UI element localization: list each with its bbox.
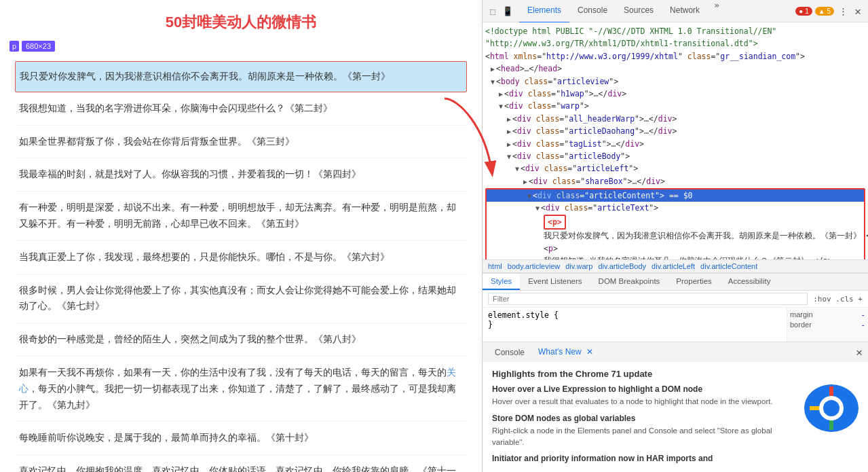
dom-p-line[interactable]: <p> bbox=[487, 215, 864, 230]
element-badge: p bbox=[10, 41, 19, 52]
breadcrumb-body[interactable]: body.articleview bbox=[508, 262, 560, 270]
whats-new-item-3-title: Initiator and priority information now i… bbox=[492, 454, 797, 463]
dom-line[interactable]: ▶<div class="h1wap">…</div> bbox=[483, 88, 868, 100]
devtools-left-icons: ⬚ 📱 bbox=[487, 5, 514, 17]
tab-network[interactable]: Network bbox=[662, 0, 708, 23]
breadcrumb-bar: html body.articleview div.warp div.artic… bbox=[483, 259, 868, 273]
dom-line[interactable]: <html xmlns="http://www.w3.org/1999/xhtm… bbox=[483, 50, 868, 62]
warning-count-badge: ▲ 5 bbox=[815, 7, 834, 16]
tab-dom-breakpoints[interactable]: DOM Breakpoints bbox=[590, 274, 668, 290]
whats-new-text: Hover over a Live Expression to highligh… bbox=[492, 384, 797, 465]
tab-elements[interactable]: Elements bbox=[519, 0, 569, 23]
p-tag-badge[interactable]: <p> bbox=[544, 215, 566, 230]
pseudo-class-selector[interactable]: :hov .cls + bbox=[813, 295, 863, 304]
article-item: 很奇妙的一种感觉是，曾经的陌生人，突然之间成为了我的整个世界。《第八封》 bbox=[15, 323, 467, 357]
devtools-topbar: ⬚ 📱 Elements Console Sources Network » ●… bbox=[483, 0, 868, 22]
error-count-badge: ● 1 bbox=[795, 7, 812, 16]
whats-new-item-2-desc: Right-click a node in the Elements panel… bbox=[492, 425, 797, 449]
more-tabs-icon[interactable]: » bbox=[711, 0, 723, 12]
whats-new-panel: Highlights from the Chrome 71 update Hov… bbox=[483, 362, 868, 472]
devtools-tabs: Elements Console Sources Network » bbox=[519, 0, 795, 23]
dom-line[interactable]: "http://www.w3.org/TR/xhtml1/DTD/xhtml1-… bbox=[483, 37, 868, 50]
article-item: 我最幸福的时刻，就是找对了人。你纵容我的习惯，并爱着我的一切！《第四封》 bbox=[15, 158, 467, 192]
device-icon[interactable]: 📱 bbox=[502, 5, 514, 17]
devtools-panel: ⬚ 📱 Elements Console Sources Network » ●… bbox=[482, 0, 868, 472]
article-item: 喜欢记忆中，你拥抱我的温度。喜欢记忆中，你体贴的话语。喜欢记忆中，你给我依靠的肩… bbox=[15, 455, 467, 472]
dom-highlight-region: ▼<div class="articleContent"> == $0 ▼<di… bbox=[485, 188, 865, 259]
console-close-icon[interactable]: ✕ bbox=[856, 346, 863, 359]
whats-new-title: Highlights from the Chrome 71 update bbox=[492, 369, 858, 379]
console-bar: Console What's New ✕ ✕ bbox=[483, 342, 868, 362]
breadcrumb-warp[interactable]: div.warp bbox=[565, 262, 592, 270]
breadcrumb-articleleft[interactable]: div.articleLeft bbox=[652, 262, 695, 270]
article-link[interactable]: 关心 bbox=[19, 367, 456, 394]
breadcrumb-articlecontent[interactable]: div.articleContent bbox=[700, 262, 757, 270]
article-item: 每晚睡前听你说晚安，是属于我的，最简单而持久的幸福。《第十封》 bbox=[15, 422, 467, 455]
dom-line[interactable]: ▼<div class="articleBody"> bbox=[483, 150, 868, 162]
whats-new-item-1-desc: Hover over a result that evaluates to a … bbox=[492, 396, 797, 407]
whats-new-item-1-title: Hover over a Live Expression to highligh… bbox=[492, 384, 797, 394]
styles-left: element.style { } bbox=[483, 308, 787, 342]
element-style-rule: element.style { bbox=[488, 310, 781, 320]
dom-tree[interactable]: <!doctype html PUBLIC "-//W3C//DTD XHTML… bbox=[483, 22, 868, 259]
page-title: 50封唯美动人的微情书 bbox=[0, 0, 482, 41]
article-item: 我很想知道，当我的名字滑进你耳朵，你脑海中会闪现些什么？《第二封》 bbox=[15, 92, 467, 126]
styles-tabs: Styles Event Listeners DOM Breakpoints P… bbox=[483, 274, 868, 291]
chrome-icon bbox=[804, 384, 858, 432]
article-list: 我只爱对你发脾气，因为我潜意识相信你不会离开我。胡闹原来是一种依赖。《第一封》我… bbox=[0, 61, 482, 472]
whats-new-item-2-title: Store DOM nodes as global variables bbox=[492, 414, 797, 423]
breadcrumb-html[interactable]: html bbox=[488, 262, 502, 270]
border-value: - bbox=[861, 321, 865, 329]
dom-line[interactable]: 我很想知道 当我的名字滑过你耳朵，你脑海中会闪现些什么？《第二封》 </p> bbox=[487, 255, 864, 259]
article-item: 如果全世界都背叛了你，我会站在你背后背叛全世界。《第三封》 bbox=[15, 126, 467, 159]
article-item: 我只爱对你发脾气，因为我潜意识相信你不会离开我。胡闹原来是一种依赖。《第一封》 bbox=[15, 61, 467, 92]
whats-new-tab[interactable]: What's New ✕ bbox=[531, 342, 600, 363]
margin-value: - bbox=[861, 310, 865, 319]
dom-line[interactable]: ▶<head>…</head> bbox=[483, 62, 868, 75]
article-item: 很多时候，男人会让你觉得他爱上了你，其实他真没有；而女人会让你觉得她不可能会爱上… bbox=[15, 274, 467, 324]
breadcrumb-articlebody[interactable]: div.articleBody bbox=[598, 262, 646, 270]
styles-body: element.style { } margin - border - bbox=[483, 308, 868, 342]
tab-accessibility[interactable]: Accessibility bbox=[720, 274, 779, 290]
settings-icon[interactable]: ⋮ bbox=[837, 5, 849, 17]
box-model-panel: margin - border - bbox=[787, 308, 868, 342]
dom-line[interactable]: ▶<div class="articleDaohang">…</div> bbox=[483, 125, 868, 137]
article-item: 当我真正爱上了你，我发现，最终想要的，只是你能快乐。哪怕，不是与你。《第六封》 bbox=[15, 241, 467, 274]
dom-line[interactable]: ▼<div class="articleLeft"> bbox=[483, 162, 868, 175]
inspect-icon[interactable]: ⬚ bbox=[487, 5, 499, 17]
margin-label: margin bbox=[790, 310, 813, 319]
whats-new-section: Hover over a Live Expression to highligh… bbox=[492, 384, 858, 465]
webpage-panel: 50封唯美动人的微情书 p 680×23 我只爱对你发脾气，因为我潜意识相信你不… bbox=[0, 0, 482, 472]
dom-line[interactable]: ▼<div class="warp"> bbox=[483, 100, 868, 112]
dom-line[interactable]: <p> bbox=[487, 242, 864, 255]
console-tab[interactable]: Console bbox=[488, 342, 531, 363]
dimensions-badge: 680×23 bbox=[22, 41, 55, 52]
tab-properties[interactable]: Properties bbox=[668, 274, 719, 290]
styles-filter-input[interactable] bbox=[488, 293, 808, 305]
tab-console[interactable]: Console bbox=[569, 0, 616, 23]
tab-styles[interactable]: Styles bbox=[483, 274, 520, 290]
dom-line[interactable]: <!doctype html PUBLIC "-//W3C//DTD XHTML… bbox=[483, 25, 868, 37]
dom-selected-line[interactable]: ▼<div class="articleContent"> == $0 bbox=[487, 189, 864, 202]
devtools-right-icons: ● 1 ▲ 5 ⋮ ✕ bbox=[795, 5, 864, 17]
dom-line[interactable]: ▶<div class="shareBox">…</div> bbox=[483, 175, 868, 187]
dom-line[interactable]: 我只爱对你发脾气，因为我潜意识相信你不会离开我。胡闹原来是一种依赖。《第一封》 … bbox=[487, 230, 864, 242]
dom-line[interactable]: ▶<div class="all_headerWarp">…</div> bbox=[483, 113, 868, 125]
article-item: 有一种爱，明明是深爱，却说不出来。有一种爱，明明想放手，却无法离弃。有一种爱，明… bbox=[15, 192, 467, 241]
dom-line[interactable]: ▶<div class="tagList">…</div> bbox=[483, 138, 868, 150]
styles-filter-row: :hov .cls + bbox=[483, 291, 868, 308]
dom-line[interactable]: ▼<div class="articleText"> bbox=[487, 202, 864, 214]
dom-line[interactable]: ▼<body class="articleview"> bbox=[483, 75, 868, 88]
styles-panel: Styles Event Listeners DOM Breakpoints P… bbox=[483, 273, 868, 342]
border-label: border bbox=[790, 321, 812, 329]
tab-event-listeners[interactable]: Event Listeners bbox=[520, 274, 590, 290]
tab-sources[interactable]: Sources bbox=[616, 0, 662, 23]
article-item: 如果有一天我不再烦你，如果有一天，你的生活中没有了我，没有了每天的电话，每天的留… bbox=[15, 357, 467, 422]
close-devtools-icon[interactable]: ✕ bbox=[852, 5, 864, 17]
svg-point-3 bbox=[823, 400, 839, 416]
